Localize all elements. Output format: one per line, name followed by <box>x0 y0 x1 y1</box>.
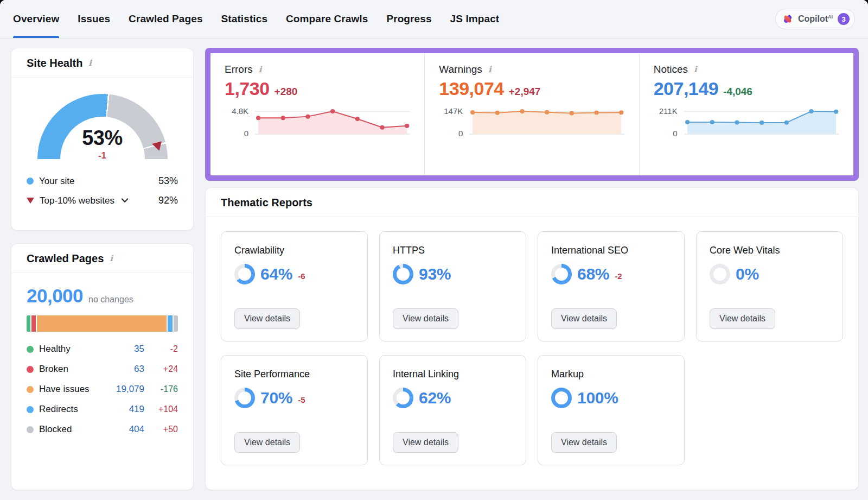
row-label: Healthy <box>39 344 71 355</box>
row-label: Redirects <box>39 404 78 415</box>
site-health-panel: Site Health i 53% -1 <box>11 48 194 231</box>
view-details-button[interactable]: View details <box>234 308 300 329</box>
issues-summary-panel-highlighted: Errors i 1,730 +280 4.8K 0 <box>205 48 859 181</box>
warnings-change: +2,947 <box>509 86 541 98</box>
bar-segment-have-issues <box>37 315 167 332</box>
thematic-reports-panel: Thematic Reports Crawlability64%-6View d… <box>205 187 859 490</box>
tab-progress[interactable]: Progress <box>386 0 431 38</box>
card-percent: 0% <box>736 265 759 283</box>
notices-value: 207,149 <box>654 78 718 99</box>
crawled-pages-title: Crawled Pages <box>27 252 104 265</box>
crawled-pages-panel: Crawled Pages i 20,000 no changes Health… <box>11 243 194 490</box>
view-details-button[interactable]: View details <box>234 432 300 453</box>
view-details-button[interactable]: View details <box>393 432 458 453</box>
crawled-row-blocked: Blocked404+50 <box>27 424 178 435</box>
errors-trend-chart <box>255 105 410 137</box>
chevron-down-icon[interactable] <box>121 198 129 203</box>
card-percent: 62% <box>419 389 451 407</box>
bar-segment-broken <box>31 315 36 332</box>
copilot-icon <box>782 14 793 24</box>
card-score-row: 0% <box>710 264 829 284</box>
tab-overview[interactable]: Overview <box>13 0 59 38</box>
notices-section: Notices i 207,149 -4,046 211K 0 <box>639 53 853 175</box>
legend-top10-websites: Top-10% websites 92% <box>27 195 178 206</box>
warnings-value: 139,074 <box>439 78 503 99</box>
errors-section: Errors i 1,730 +280 4.8K 0 <box>210 53 424 175</box>
card-percent: 93% <box>419 265 451 283</box>
tab-issues[interactable]: Issues <box>78 0 110 38</box>
thematic-reports-title: Thematic Reports <box>221 197 312 209</box>
copilot-count-badge: 3 <box>838 13 850 25</box>
crawled-pages-stacked-bar <box>27 315 178 332</box>
status-dot-icon <box>27 406 34 413</box>
view-details-button[interactable]: View details <box>393 308 458 329</box>
card-score-row: 70%-5 <box>234 388 354 408</box>
tab-compare-crawls[interactable]: Compare Crawls <box>286 0 368 38</box>
info-icon[interactable]: i <box>693 65 698 75</box>
view-details-button[interactable]: View details <box>710 308 775 329</box>
row-label: Have issues <box>39 384 90 395</box>
site-health-body: 53% -1 Your site 53% Top-10% websites <box>11 78 193 219</box>
info-icon[interactable]: i <box>487 65 493 75</box>
site-health-change: -1 <box>37 150 168 161</box>
progress-ring-icon <box>393 388 413 408</box>
info-icon[interactable]: i <box>87 58 93 68</box>
y-min-label: 0 <box>673 129 677 138</box>
left-column: Site Health i 53% -1 <box>11 48 194 490</box>
warnings-chart: 147K 0 <box>439 105 624 137</box>
thematic-cards-grid: Crawlability64%-6View detailsHTTPS93%Vie… <box>206 217 858 490</box>
thematic-card-markup: Markup100%View details <box>538 355 685 465</box>
y-max-label: 211K <box>659 106 678 116</box>
site-audit-overview-page: OverviewIssuesCrawled PagesStatisticsCom… <box>0 0 868 500</box>
row-value[interactable]: 404 <box>129 424 144 435</box>
card-percent: 70% <box>260 389 292 407</box>
tab-crawled-pages[interactable]: Crawled Pages <box>129 0 202 38</box>
card-score-row: 64%-6 <box>234 264 354 284</box>
card-percent: 64% <box>260 265 292 283</box>
view-details-button[interactable]: View details <box>551 308 617 329</box>
view-details-button[interactable]: View details <box>551 432 617 453</box>
card-score-row: 62% <box>393 388 513 408</box>
row-change: +24 <box>150 364 178 374</box>
tab-js-impact[interactable]: JS Impact <box>450 0 500 38</box>
warnings-title-row: Warnings i <box>439 64 624 75</box>
errors-chart-ylabels: 4.8K 0 <box>225 105 255 137</box>
row-change: -2 <box>150 344 178 354</box>
row-change: -176 <box>150 384 178 394</box>
notices-chart-ylabels: 211K 0 <box>654 105 684 137</box>
card-score-row: 93% <box>393 264 513 284</box>
notices-change: -4,046 <box>723 86 752 98</box>
progress-ring-icon <box>551 388 572 408</box>
site-health-gauge: 53% -1 <box>37 94 168 159</box>
card-change: -6 <box>298 271 305 281</box>
row-value[interactable]: 35 <box>134 344 144 355</box>
crawled-row-broken: Broken63+24 <box>27 364 178 375</box>
bar-segment-healthy <box>27 315 30 332</box>
legend-label: Top-10% websites <box>40 195 114 206</box>
errors-change: +280 <box>275 86 298 98</box>
warnings-trend-chart <box>469 105 624 137</box>
site-health-score: 53% <box>37 126 168 150</box>
errors-title-row: Errors i <box>225 64 410 75</box>
legend-value: 92% <box>158 195 178 206</box>
row-value[interactable]: 63 <box>134 364 144 375</box>
top-navigation-bar: OverviewIssuesCrawled PagesStatisticsCom… <box>0 0 868 39</box>
thematic-reports-header: Thematic Reports <box>206 188 858 217</box>
notices-chart: 211K 0 <box>654 105 839 137</box>
blue-dot-icon <box>27 178 34 185</box>
row-value[interactable]: 419 <box>129 404 144 415</box>
status-dot-icon <box>27 366 34 373</box>
y-max-label: 147K <box>444 106 463 116</box>
copilot-button[interactable]: CopilotAI 3 <box>775 9 855 29</box>
info-icon[interactable]: i <box>108 254 114 264</box>
crawled-row-have-issues: Have issues19,079-176 <box>27 384 178 395</box>
info-icon[interactable]: i <box>258 65 263 75</box>
row-value[interactable]: 19,079 <box>116 384 144 395</box>
site-health-header: Site Health i <box>11 48 193 78</box>
progress-ring-icon <box>393 264 413 284</box>
card-title: Crawlability <box>234 245 354 256</box>
crawled-pages-legend: Healthy35-2Broken63+24Have issues19,079-… <box>27 344 178 435</box>
notices-title-row: Notices i <box>654 64 839 75</box>
tab-statistics[interactable]: Statistics <box>221 0 267 38</box>
copilot-label: CopilotAI <box>798 14 833 24</box>
